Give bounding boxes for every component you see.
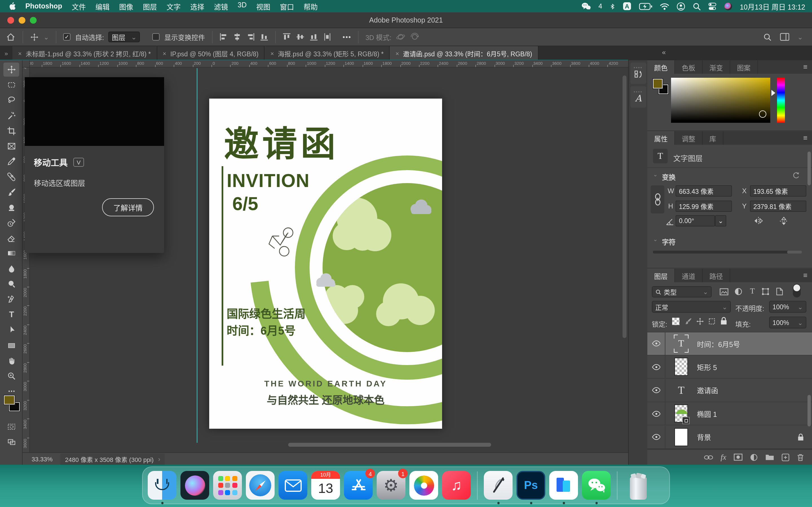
- dock-app-safari[interactable]: [246, 471, 274, 500]
- control-center-icon[interactable]: [708, 2, 717, 10]
- flip-horizontal-icon[interactable]: [753, 216, 763, 225]
- healing-tool[interactable]: [3, 170, 19, 184]
- align-top-icon[interactable]: [282, 33, 291, 41]
- panel-collapse-icon[interactable]: «: [662, 48, 666, 56]
- menu-item-图层[interactable]: 图层: [143, 1, 157, 11]
- document-tab-3[interactable]: ×海报.psd @ 33.3% (矩形 5, RGB/8) *: [265, 46, 390, 60]
- spotlight-search-icon[interactable]: [693, 2, 701, 10]
- eraser-tool[interactable]: [3, 231, 19, 245]
- new-adjustment-layer-icon[interactable]: [750, 453, 758, 461]
- layer-visibility-eye-icon[interactable]: [647, 332, 665, 355]
- layer-visibility-eye-icon[interactable]: [647, 356, 665, 378]
- hand-tool[interactable]: [3, 354, 19, 368]
- transform-reset-icon[interactable]: [792, 171, 800, 180]
- menu-item-图像[interactable]: 图像: [119, 1, 133, 11]
- auto-select-dropdown[interactable]: 图层⌄: [109, 32, 140, 42]
- filter-adjustment-layers-icon[interactable]: [734, 287, 743, 296]
- blur-tool[interactable]: [3, 262, 19, 276]
- fill-dropdown[interactable]: 100%⌄: [769, 317, 806, 328]
- panel-tab-调整[interactable]: 调整: [675, 131, 703, 145]
- learn-more-button[interactable]: 了解详情: [102, 198, 154, 216]
- user-account-icon[interactable]: [677, 2, 685, 10]
- flip-vertical-icon[interactable]: [779, 216, 788, 226]
- menu-item-视图[interactable]: 视图: [256, 1, 270, 11]
- lock-all-icon[interactable]: [720, 317, 727, 325]
- menu-item-文件[interactable]: 文件: [72, 1, 86, 11]
- zoom-tool[interactable]: [3, 369, 19, 383]
- tab-close-icon[interactable]: ×: [18, 50, 22, 57]
- document-info[interactable]: 2480 像素 x 3508 像素 (300 ppi)›: [61, 453, 165, 464]
- hue-slider-pointer[interactable]: [770, 89, 776, 97]
- magic-wand-tool[interactable]: [3, 108, 19, 122]
- dock-app-finder[interactable]: [148, 471, 176, 500]
- width-field[interactable]: 663.43 像素: [675, 185, 732, 196]
- bluetooth-icon[interactable]: [610, 2, 615, 10]
- ruler-corner[interactable]: [22, 60, 30, 68]
- rotation-angle-field[interactable]: 0.00°: [675, 215, 715, 226]
- dock-app-settings[interactable]: ⚙1: [377, 471, 405, 500]
- align-middle-icon[interactable]: [296, 33, 304, 41]
- menu-item-编辑[interactable]: 编辑: [96, 1, 110, 11]
- layer-visibility-eye-icon[interactable]: [647, 379, 665, 402]
- align-left-icon[interactable]: [219, 33, 227, 41]
- menu-item-帮助[interactable]: 帮助: [304, 1, 318, 11]
- filter-type-layers-icon[interactable]: T: [750, 287, 755, 296]
- new-group-icon[interactable]: [765, 453, 774, 461]
- layer-row-时间：6月5号[interactable]: T时间：6月5号: [647, 332, 812, 355]
- type-tool[interactable]: T: [3, 307, 19, 322]
- menu-item-文字[interactable]: 文字: [167, 1, 181, 11]
- move-tool[interactable]: [3, 62, 19, 76]
- panel-tab-库[interactable]: 库: [703, 131, 723, 145]
- 3d-rotate-icon[interactable]: [396, 32, 405, 42]
- workspace-chevron-icon[interactable]: ⌄: [797, 33, 803, 41]
- lock-pixels-icon[interactable]: [684, 317, 693, 326]
- panel-tab-路径[interactable]: 路径: [703, 269, 730, 282]
- document-tab-4[interactable]: ×邀请函.psd @ 33.3% (时间：6月5号, RGB/8): [390, 46, 539, 60]
- foreground-color-tool[interactable]: [4, 395, 15, 404]
- 3d-roll-icon[interactable]: [410, 32, 419, 42]
- crop-tool[interactable]: [3, 124, 19, 138]
- angle-dropdown[interactable]: ⌄: [715, 215, 726, 226]
- dock-app-music[interactable]: ♫: [442, 471, 471, 500]
- color-panel-menu-icon[interactable]: ≡: [803, 62, 808, 71]
- dock-app-tencent-docs[interactable]: [549, 471, 578, 500]
- filter-smart-objects-icon[interactable]: [776, 287, 783, 296]
- apple-menu-icon[interactable]: [8, 2, 16, 11]
- align-bottom-icon[interactable]: [260, 33, 268, 41]
- layer-row-背景[interactable]: 背景: [647, 426, 812, 449]
- home-icon[interactable]: [6, 32, 16, 42]
- vertical-scrollbar[interactable]: [622, 75, 626, 338]
- search-icon[interactable]: [763, 33, 772, 41]
- color-field-cursor[interactable]: [759, 110, 766, 118]
- tool-preset-chevron[interactable]: ⌄: [43, 33, 49, 41]
- layer-style-fx-icon[interactable]: fx: [721, 453, 726, 462]
- layer-filter-type-dropdown[interactable]: 类型⌄: [652, 286, 712, 297]
- tab-overflow-icon[interactable]: »: [0, 46, 12, 60]
- canvas-guide-line[interactable]: [197, 68, 197, 443]
- siri-icon[interactable]: [724, 2, 732, 10]
- dock-app-photoshop[interactable]: Ps: [516, 471, 545, 500]
- align-right-icon[interactable]: [246, 33, 255, 41]
- link-dimensions-toggle[interactable]: [651, 185, 664, 214]
- frame-tool[interactable]: [3, 139, 19, 153]
- layer-visibility-eye-icon[interactable]: [647, 402, 665, 425]
- height-field[interactable]: 125.99 像素: [675, 201, 732, 212]
- properties-scrollbar[interactable]: [808, 152, 811, 185]
- panel-tab-渐变[interactable]: 渐变: [703, 60, 730, 74]
- brush-tool[interactable]: [3, 185, 19, 199]
- color-swatches[interactable]: [653, 79, 670, 96]
- x-field[interactable]: 193.65 像素: [750, 185, 806, 196]
- horizontal-ruler[interactable]: 2000180016001400120010008006004002000200…: [30, 60, 628, 68]
- delete-layer-icon[interactable]: [797, 453, 804, 461]
- menu-app-name[interactable]: Photoshop: [26, 2, 62, 10]
- document-tab-2[interactable]: ×IP.psd @ 50% (图层 4, RGB/8): [157, 46, 265, 60]
- dock-app-preview[interactable]: [484, 471, 513, 500]
- dodge-tool[interactable]: [3, 277, 19, 291]
- lock-transparency-icon[interactable]: [672, 318, 679, 325]
- workspace-layout-icon[interactable]: [780, 33, 790, 41]
- dock-app-trash[interactable]: [624, 471, 652, 500]
- history-panel-icon[interactable]: [630, 62, 646, 84]
- horizontal-scrollbar[interactable]: [288, 443, 491, 447]
- transform-section-chevron[interactable]: ⌄: [653, 171, 658, 177]
- properties-panel-menu-icon[interactable]: ≡: [803, 133, 808, 142]
